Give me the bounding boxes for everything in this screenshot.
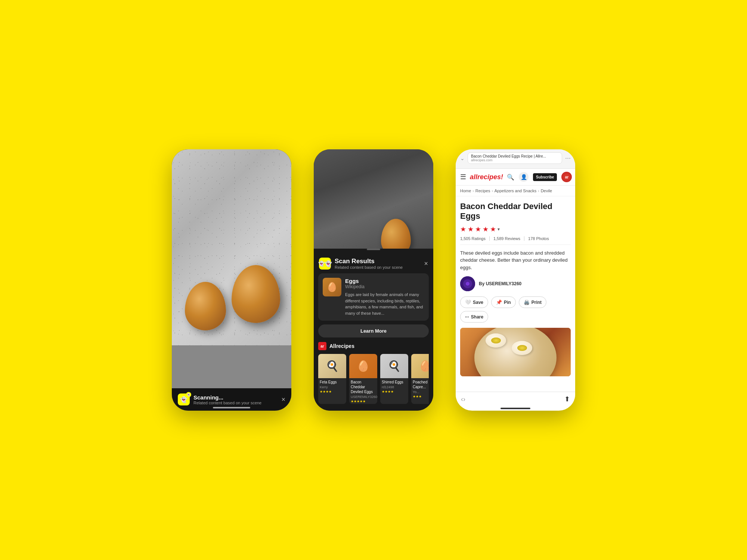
author-avatar — [460, 276, 475, 291]
allrecipes-nav: ☰ allrecipes! 🔍 👤 Subscribe ar — [456, 169, 575, 186]
shirred-eggs-stars: ★★★★ — [380, 389, 408, 394]
feta-eggs-image: 🍳 — [318, 354, 346, 378]
star-2: ★ — [468, 225, 474, 233]
close-button[interactable]: × — [281, 396, 285, 404]
recipe-content: Bacon Cheddar Deviled Eggs ★ ★ ★ ★ ★ ▾ 1… — [456, 196, 575, 392]
recipe-description: These deviled eggs include bacon and shr… — [460, 249, 571, 271]
hamburger-menu-icon[interactable]: ☰ — [460, 173, 466, 181]
feta-eggs-name: Feta Eggs — [318, 378, 346, 385]
snap-icon-results: 👻 — [319, 258, 331, 270]
bacon-deviled-author: USEREMILY3260 — [349, 395, 377, 399]
filling-2 — [517, 345, 527, 351]
drag-handle[interactable] — [367, 249, 380, 250]
recipe-title: Bacon Cheddar Deviled Eggs — [460, 202, 571, 221]
poached-stars: ★★★ — [411, 394, 429, 399]
browser-toolbar: ⌄ Bacon Cheddar Deviled Eggs Recipe | Al… — [456, 149, 575, 169]
reviews-count[interactable]: 1,589 Reviews — [493, 236, 524, 241]
forward-arrow-icon[interactable]: › — [463, 395, 465, 403]
allrecipes-section: ar Allrecipes 🍳 Feta Eggs Kerry ★★★★ 🥚 B… — [314, 342, 433, 404]
breadcrumb-appetizers[interactable]: Appetizers and Snacks — [495, 189, 537, 193]
breadcrumb: Home › Recipes › Appetizers and Snacks ›… — [456, 186, 575, 196]
poached-image: 🥚 — [411, 354, 429, 378]
action-buttons: 🤍 Save 📌 Pin 🖨️ Print ··· Share — [460, 296, 571, 323]
home-indicator — [213, 407, 250, 408]
star-1: ★ — [460, 225, 466, 233]
scan-text-group: Scanning... Related content based on you… — [193, 394, 278, 405]
scanning-subtitle: Related content based on your scene — [193, 401, 278, 405]
phone3-home-indicator — [500, 408, 530, 409]
browser-url-domain: allrecipes.com — [471, 158, 559, 162]
recipe-card-shirred[interactable]: 🍳 Shirred Eggs rd12498 ★★★★ — [380, 354, 408, 404]
scanning-title: Scanning... — [193, 394, 278, 401]
pin-icon: 📌 — [496, 299, 502, 305]
subscribe-button[interactable]: Subscribe — [533, 173, 557, 181]
shirred-eggs-author: rd12498 — [380, 385, 408, 389]
search-icon[interactable]: 🔍 — [507, 174, 514, 181]
allrecipes-logo: ar — [318, 342, 326, 350]
bacon-deviled-stars: ★★★★★ — [349, 399, 377, 404]
browser-url-row: ⌄ Bacon Cheddar Deviled Eggs Recipe | Al… — [460, 152, 571, 164]
bacon-deviled-image: 🥚 — [349, 354, 377, 378]
print-label: Print — [531, 300, 542, 305]
heart-icon: 🤍 — [465, 299, 471, 305]
breadcrumb-devile[interactable]: Devile — [541, 189, 552, 193]
browser-url-title: Bacon Cheddar Deviled Eggs Recipe | Allr… — [471, 154, 559, 158]
filling-1 — [491, 337, 501, 343]
wiki-content: Eggs Wikipedia Eggs are laid by female a… — [345, 278, 424, 316]
shirred-eggs-name: Shirred Eggs — [380, 378, 408, 385]
scan-results-header: 👻 Scan Results Related content based on … — [314, 253, 433, 273]
phone1-screen: 👻 Scanning... Related content based on y… — [172, 149, 291, 411]
recipe-cards-row: 🍳 Feta Eggs Kerry ★★★★ 🥚 Bacon Cheddar D… — [318, 354, 429, 404]
feta-eggs-author: Kerry — [318, 385, 346, 389]
allrecipes-label: Allrecipes — [329, 343, 354, 349]
star-5-half: ★ — [490, 225, 496, 233]
allrecipes-logo-nav: ar — [561, 172, 572, 182]
snap-badge: 👻 — [186, 392, 191, 397]
wiki-source: Wikipedia — [345, 284, 424, 289]
browser-more-icon[interactable]: ··· — [565, 154, 571, 162]
ratings-count[interactable]: 1,505 Ratings — [460, 236, 490, 241]
user-account-icon[interactable]: 👤 — [519, 172, 529, 182]
browser-bottom-bar: ‹ › ⬆ — [456, 392, 575, 406]
allrecipes-wordmark: allrecipes! — [470, 173, 503, 181]
breadcrumb-recipes[interactable]: Recipes — [475, 189, 490, 193]
svg-point-2 — [466, 282, 469, 286]
browser-chevron-icon[interactable]: ⌄ — [460, 155, 465, 161]
save-button[interactable]: 🤍 Save — [460, 296, 488, 308]
camera-top-view — [314, 149, 433, 249]
camera-view — [172, 149, 291, 345]
wiki-description: Eggs are laid by female animals of many … — [345, 292, 424, 316]
wikipedia-card: 🥚 Eggs Wikipedia Eggs are laid by female… — [318, 273, 429, 321]
phone3-screen: ⌄ Bacon Cheddar Deviled Eggs Recipe | Al… — [456, 149, 575, 411]
print-icon: 🖨️ — [524, 299, 530, 305]
browser-url-bar[interactable]: Bacon Cheddar Deviled Eggs Recipe | Allr… — [468, 152, 562, 164]
snapchat-icon: 👻 — [178, 393, 190, 405]
close-scan-results[interactable]: × — [424, 260, 428, 268]
star-4: ★ — [483, 225, 489, 233]
ratings-dot: ▾ — [498, 227, 500, 232]
breadcrumb-sep-1: › — [472, 189, 474, 193]
wiki-thumbnail: 🥚 — [323, 278, 341, 296]
print-button[interactable]: 🖨️ Print — [519, 296, 546, 308]
learn-more-button[interactable]: Learn More — [318, 324, 429, 337]
egg-right — [232, 265, 280, 323]
share-icon-btn: ··· — [465, 314, 469, 320]
share-button[interactable]: ··· Share — [460, 311, 488, 323]
recipe-card-feta[interactable]: 🍳 Feta Eggs Kerry ★★★★ — [318, 354, 346, 404]
scan-results-panel: 👻 Scan Results Related content based on … — [314, 249, 433, 411]
photos-count[interactable]: 178 Photos — [528, 236, 553, 241]
allrecipes-header: ar Allrecipes — [318, 342, 429, 350]
recipe-main-image — [460, 328, 571, 376]
recipe-card-bacon[interactable]: 🥚 Bacon Cheddar Deviled Eggs USEREMILY32… — [349, 354, 377, 404]
breadcrumb-home[interactable]: Home — [460, 189, 471, 193]
pin-button[interactable]: 📌 Pin — [491, 296, 516, 308]
browser-share-icon[interactable]: ⬆ — [564, 395, 570, 403]
deviled-egg-2 — [512, 341, 532, 355]
shirred-eggs-image: 🍳 — [380, 354, 408, 378]
egg-left — [185, 282, 226, 330]
breadcrumb-sep-3: › — [538, 189, 539, 193]
recipe-card-poached[interactable]: 🥚 Poached Capre... Yo... ★★★ — [411, 354, 429, 404]
stars-row: ★ ★ ★ ★ ★ ▾ — [460, 225, 571, 233]
save-label: Save — [473, 300, 483, 305]
scan-results-subtitle: Related content based on your scene — [335, 265, 420, 270]
